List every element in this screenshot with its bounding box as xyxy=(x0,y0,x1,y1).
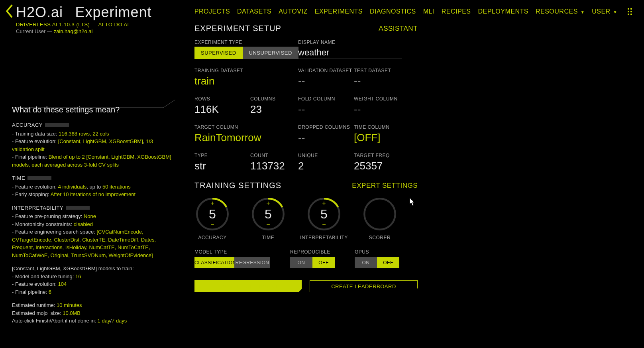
create-leaderboard-button[interactable]: CREATE LEADERBOARD xyxy=(310,280,418,292)
time-dial[interactable]: + 5 − xyxy=(251,197,286,232)
nav-experiments[interactable]: EXPERIMENTS xyxy=(315,8,363,15)
nav-resources-label: RESOURCES xyxy=(536,8,578,15)
t: After xyxy=(51,191,63,197)
t: - Feature evolution: xyxy=(12,184,58,190)
t: , xyxy=(143,138,146,144)
logo-text: H2O.ai xyxy=(16,4,63,20)
gpus-label: GPUS xyxy=(355,249,399,255)
display-name-input[interactable] xyxy=(298,47,402,59)
launch-experiment-button[interactable]: LAUNCH EXPERIMENT xyxy=(194,280,302,292)
scorer-label: SCORER xyxy=(369,235,391,240)
display-name-label: DISPLAY NAME xyxy=(298,39,402,45)
plus-icon[interactable]: + xyxy=(322,200,326,207)
nav-user[interactable]: USER ▼ xyxy=(592,8,617,15)
t: 10 xyxy=(63,191,69,197)
target-freq-label: TARGET FREQ xyxy=(354,153,390,158)
interpretability-dial[interactable]: + 5 − xyxy=(306,197,342,232)
t: 1 day xyxy=(98,318,110,324)
t: Estimated runtime: xyxy=(12,302,57,308)
target-column-value[interactable]: RainTomorrow xyxy=(194,132,298,144)
t: - Model and feature tuning: xyxy=(12,273,75,279)
chevron-down-icon: ▼ xyxy=(581,10,585,14)
t: - Feature engineering search space: xyxy=(12,229,96,235)
t: 16 xyxy=(75,273,81,279)
expert-settings-link[interactable]: EXPERT SETTINGS xyxy=(352,182,418,190)
page-title: Experiment xyxy=(75,4,152,20)
header-block: H2O.ai Experiment DRIVERLESS AI 1.10.3 (… xyxy=(16,4,152,34)
accuracy-label: ACCURACY xyxy=(198,235,226,240)
rows-label: ROWS xyxy=(194,96,250,102)
gpus-off-button[interactable]: OFF xyxy=(377,257,399,268)
weight-column-label: WEIGHT COLUMN xyxy=(354,96,398,102)
plus-icon[interactable]: + xyxy=(210,200,214,207)
reproducible-on-button[interactable]: ON xyxy=(290,257,312,268)
regression-button[interactable]: REGRESSION xyxy=(234,257,270,268)
count-value: 113732 xyxy=(250,160,298,172)
training-dataset-value[interactable]: train xyxy=(194,75,298,87)
current-user: Current User — zain.haq@h2o.ai xyxy=(16,28,152,34)
t: Auto-click Finish/Abort if not done in: xyxy=(12,318,98,324)
help-time-heading: TIME xyxy=(12,174,25,182)
minus-icon[interactable]: − xyxy=(266,221,270,228)
minus-icon[interactable]: − xyxy=(322,221,326,228)
user-email: zain.haq@h2o.ai xyxy=(54,28,93,34)
t: - Feature evolution: xyxy=(12,281,58,287)
t: disabled xyxy=(74,221,93,227)
t: iterations of no improvement xyxy=(69,191,135,197)
back-button[interactable] xyxy=(4,4,16,18)
t: - Monotonicity constraints: xyxy=(12,221,74,227)
t: - Early stopping: xyxy=(12,191,51,197)
test-dataset-value[interactable]: -- xyxy=(354,75,391,87)
t: None xyxy=(84,213,96,219)
unique-label: UNIQUE xyxy=(298,153,354,158)
t: - Feature pre-pruning strategy: xyxy=(12,213,84,219)
dropped-columns-label: DROPPED COLUMNS xyxy=(298,124,354,130)
svg-point-3 xyxy=(364,199,395,229)
nav-autoviz[interactable]: AUTOVIZ xyxy=(279,8,308,15)
t: 10.0MB xyxy=(63,310,80,316)
plus-icon[interactable]: + xyxy=(266,200,270,207)
time-column-label: TIME COLUMN xyxy=(354,124,390,130)
interpretability-value: 5 xyxy=(320,207,328,222)
dropped-columns-value[interactable]: -- xyxy=(298,132,354,144)
reproducible-off-button[interactable]: OFF xyxy=(312,257,335,268)
time-bar xyxy=(27,176,51,180)
t: - Final pipeline: xyxy=(12,289,49,295)
time-column-value[interactable]: [OFF] xyxy=(354,132,390,144)
chevron-down-icon: ▼ xyxy=(613,10,617,14)
user-prefix: Current User — xyxy=(16,28,54,34)
nav-datasets[interactable]: DATASETS xyxy=(237,8,271,15)
nav-resources[interactable]: RESOURCES ▼ xyxy=(536,8,585,15)
test-dataset-label: TEST DATASET xyxy=(354,68,391,73)
nav-diagnostics[interactable]: DIAGNOSTICS xyxy=(370,8,416,15)
menu-icon[interactable] xyxy=(628,8,632,15)
fold-column-label: FOLD COLUMN xyxy=(298,96,354,102)
unique-value: 2 xyxy=(298,160,354,172)
accuracy-dial[interactable]: + 5 − xyxy=(195,197,230,232)
interpretability-label: INTERPRETABILITY xyxy=(300,235,348,240)
t: 6 xyxy=(49,289,51,295)
help-title: What do these settings mean? xyxy=(12,104,171,116)
accuracy-value: 5 xyxy=(209,207,216,222)
nav-projects[interactable]: PROJECTS xyxy=(194,8,230,15)
gpus-on-button[interactable]: ON xyxy=(355,257,377,268)
supervised-button[interactable]: SUPERVISED xyxy=(194,47,243,59)
fold-column-value[interactable]: -- xyxy=(298,103,354,116)
nav-recipes[interactable]: RECIPES xyxy=(442,8,471,15)
t: - Feature evolution: xyxy=(12,138,58,144)
nav-mli[interactable]: MLI xyxy=(423,8,434,15)
scorer-dial[interactable] xyxy=(362,197,397,232)
nav-deployments[interactable]: DEPLOYMENTS xyxy=(478,8,528,15)
assistant-link[interactable]: ASSISTANT xyxy=(379,25,418,33)
t: 7 days xyxy=(112,318,127,324)
minus-icon[interactable]: − xyxy=(210,221,214,228)
classification-button[interactable]: CLASSIFICATION xyxy=(194,257,234,268)
unsupervised-button[interactable]: UNSUPERVISED xyxy=(243,47,298,59)
t: 10 minutes xyxy=(57,302,82,308)
type-label: TYPE xyxy=(194,153,250,158)
help-panel: What do these settings mean? ACCURACY - … xyxy=(12,104,171,330)
validation-dataset-value[interactable]: -- xyxy=(298,75,354,87)
section-experiment-setup: EXPERIMENT SETUP xyxy=(194,24,281,33)
weight-column-value[interactable]: -- xyxy=(354,103,398,116)
subtitle: DRIVERLESS AI 1.10.3 (LTS) — AI TO DO AI xyxy=(16,22,152,28)
